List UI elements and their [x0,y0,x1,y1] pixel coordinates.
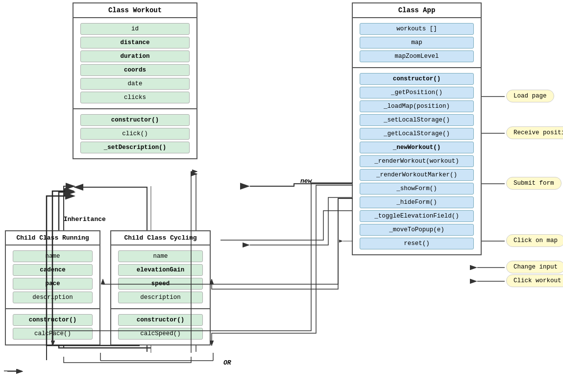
app-method-movetopopup: _moveToPopup(e) [360,224,474,236]
cycling-class-box: Child Class Cycling name elevationGain s… [110,230,211,345]
new-label: new [300,177,312,185]
app-method-rendermarker: _renderWorkoutMarker() [360,169,474,181]
cycling-field-elevation: elevationGain [118,264,203,276]
running-class-box: Child Class Running name cadence pace de… [5,230,100,345]
note-submit-form: Submit form [506,177,562,190]
note-load-page: Load page [506,90,554,102]
app-method-getlocalstorage: _getLocalStorage() [360,128,474,140]
note-receive-position: Receive position [506,126,563,139]
running-class-title: Child Class Running [6,231,99,245]
field-coords: coords [80,64,190,76]
field-duration: duration [80,50,190,62]
cycling-class-title: Child Class Cycling [111,231,210,245]
workout-methods: constructor() click() _setDescription() [73,109,196,158]
running-method-constructor: constructor() [13,314,93,326]
app-methods: constructor() _getPosition() _loadMap(po… [353,68,481,254]
app-method-toggleelevation: _toggleElevationField() [360,210,474,222]
cycling-method-calcspeed: calcSpeed() [118,328,203,340]
cycling-method-constructor: constructor() [118,314,203,326]
prop-workouts: workouts [] [360,23,474,35]
inheritance-label: Inheritance [64,216,106,223]
field-date: date [80,78,190,90]
cycling-field-name: name [118,250,203,262]
app-method-getposition: _getPosition() [360,87,474,98]
app-properties: workouts [] map mapZoomLevel [353,18,481,67]
cycling-field-speed: speed [118,278,203,290]
field-id: id [80,23,190,35]
app-class-box: Class App workouts [] map mapZoomLevel c… [352,2,482,255]
app-class-title: Class App [353,3,481,17]
app-method-hideform: _hideForm() [360,196,474,208]
note-click-workout: Click workout [506,274,563,287]
running-field-desc: description [13,292,93,303]
app-method-setlocalstorage: _setLocalStorage() [360,114,474,126]
prop-map: map [360,37,474,49]
method-setdescription: _setDescription() [80,142,190,153]
app-method-renderworkout: _renderWorkout(workout) [360,155,474,167]
prop-mapzoomlevel: mapZoomLevel [360,50,474,62]
app-method-constructor: constructor() [360,73,474,85]
note-click-on-map: Click on map [506,234,563,247]
or-label: OR [223,359,231,367]
app-method-reset: reset() [360,238,474,249]
app-method-newworkout: _newWorkout() [360,142,474,153]
workout-class-title: Class Workout [73,3,196,17]
running-fields: name cadence pace description [6,245,99,308]
running-method-calcpace: calcPace() [13,328,93,340]
field-distance: distance [80,37,190,49]
diagram-container: Class Workout id distance duration coord… [0,0,563,392]
field-clicks: clicks [80,92,190,103]
method-constructor: constructor() [80,114,190,126]
workout-class-box: Class Workout id distance duration coord… [73,2,197,159]
cycling-methods: constructor() calcSpeed() [111,309,210,344]
note-change-input: Change input [506,261,563,273]
app-method-showform: _showForm() [360,183,474,195]
cycling-fields: name elevationGain speed description [111,245,210,308]
running-field-name: name [13,250,93,262]
method-click: click() [80,128,190,140]
app-method-loadmap: _loadMap(position) [360,100,474,112]
cycling-field-desc: description [118,292,203,303]
workout-fields: id distance duration coords date clicks [73,18,196,108]
running-methods: constructor() calcPace() [6,309,99,344]
running-field-cadence: cadence [13,264,93,276]
running-field-pace: pace [13,278,93,290]
